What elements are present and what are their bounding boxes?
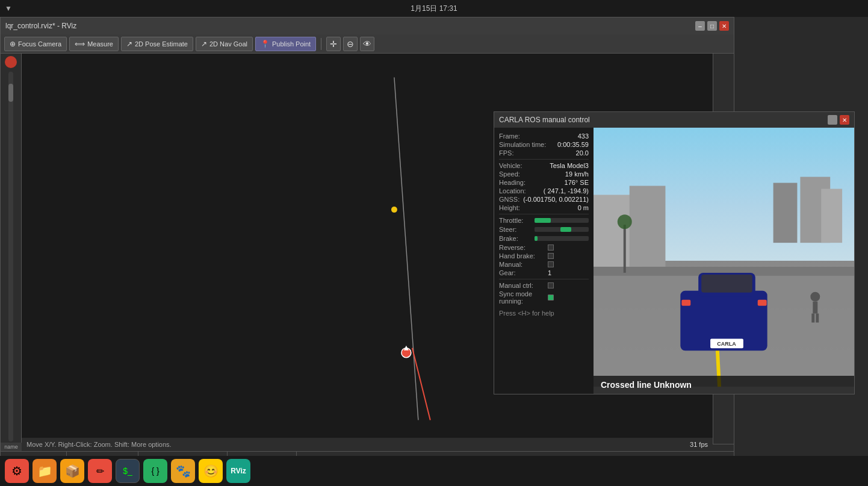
rviz-window-controls: – □ ✕ [695, 21, 729, 31]
rviz-titlebar: lqr_control.rviz* - RViz – □ ✕ [1, 17, 734, 34]
svg-rect-5 [773, 183, 798, 243]
taskbar-app-settings[interactable]: ⚙ [5, 459, 29, 483]
throttle-gauge-fill [535, 218, 551, 223]
scene-svg: CARLA [594, 128, 854, 394]
camera-icon: ⊕ [10, 40, 16, 48]
publish-point-button[interactable]: 📍 Publish Point [255, 37, 316, 51]
carla-info-panel: Frame: 433 Simulation time: 0:00:35.59 F… [494, 128, 594, 394]
measure-icon: ⟺ [75, 40, 85, 48]
svg-rect-24 [624, 225, 626, 273]
manual-label: Manual: [499, 261, 544, 268]
gnss-row: GNSS: (-0.001750, 0.002211) [499, 196, 589, 203]
frame-value: 433 [578, 132, 589, 140]
carla-camera-view: CARLA Crossed line Unknown [594, 128, 854, 394]
focus-camera-button[interactable]: ⊕ Focus Camera [4, 37, 67, 51]
carla-titlebar: CARLA ROS manual control ✕ [494, 112, 854, 128]
sync-mode-label: Sync mode running: [499, 290, 544, 305]
manual-ctrl-label: Manual ctrl: [499, 282, 544, 289]
manual-ctrl-checkbox [548, 282, 554, 288]
location-row: Location: ( 247.1, -194.9) [499, 187, 589, 195]
heading-label: Heading: [499, 179, 525, 186]
measure-label: Measure [87, 40, 113, 48]
gnss-label: GNSS: [499, 196, 519, 203]
publish-icon: 📍 [261, 40, 270, 48]
taskbar-app-editor[interactable]: ✏ [88, 459, 112, 483]
scroll-handle [8, 84, 13, 102]
carla-close-button[interactable]: ✕ [840, 115, 849, 125]
nav-goal-label: 2D Nav Goal [209, 40, 247, 48]
sim-time-value: 0:00:35.59 [557, 141, 589, 148]
taskbar-app-terminal[interactable]: $_ [116, 459, 140, 483]
height-value: 0 m [578, 204, 589, 211]
taskbar-bottom: ⚙ 📁 📦 ✏ $_ { } 🐾 😊 RViz [0, 456, 868, 486]
svg-line-0 [394, 77, 418, 420]
info-divider-3 [499, 279, 589, 279]
speed-value: 19 km/h [565, 170, 589, 178]
rviz-left-panel [1, 54, 22, 444]
toolbar-zoom-btn[interactable]: ⊖ [343, 37, 358, 51]
svg-line-1 [412, 348, 430, 420]
carla-window: CARLA ROS manual control ✕ Frame: 433 Si… [494, 111, 855, 394]
toolbar-separator [321, 38, 321, 50]
hand-brake-checkbox [548, 253, 554, 259]
reverse-label: Reverse: [499, 244, 544, 251]
left-panel-indicator[interactable] [5, 56, 17, 68]
svg-rect-23 [816, 314, 819, 323]
svg-rect-21 [813, 302, 817, 314]
maximize-button[interactable]: □ [707, 21, 717, 31]
hand-brake-label: Hand brake: [499, 252, 544, 260]
reverse-row: Reverse: [499, 244, 589, 251]
vehicle-value: Tesla Model3 [550, 162, 589, 169]
throttle-gauge-row: Throttle: [499, 217, 589, 224]
reverse-checkbox [548, 245, 554, 251]
taskbar-app-archive[interactable]: 📦 [60, 459, 84, 483]
pose-estimate-button[interactable]: ↗ 2D Pose Estimate [121, 37, 193, 51]
frame-label: Frame: [499, 132, 520, 140]
svg-rect-9 [630, 186, 666, 267]
vehicle-label: Vehicle: [499, 162, 522, 169]
toolbar-move-btn[interactable]: ✛ [326, 37, 341, 51]
minimize-button[interactable]: – [695, 21, 705, 31]
gear-value: 1 [548, 269, 551, 276]
pose-estimate-label: 2D Pose Estimate [135, 40, 188, 48]
heading-value: 176° SE [565, 179, 589, 186]
svg-rect-15 [701, 275, 752, 293]
taskbar-top: ▼ 1月15日 17:31 [0, 0, 868, 17]
svg-rect-16 [681, 300, 690, 306]
taskbar-app-smile[interactable]: 😊 [199, 459, 223, 483]
bottom-name-text: name [4, 444, 18, 450]
carla-fps-label: FPS: [499, 149, 513, 157]
nav-icon: ↗ [201, 40, 207, 48]
svg-rect-7 [821, 189, 842, 243]
taskbar-app-files[interactable]: 📁 [33, 459, 57, 483]
svg-point-20 [810, 292, 820, 302]
toolbar-view-btn[interactable]: 👁 [360, 37, 374, 51]
heading-row: Heading: 176° SE [499, 179, 589, 186]
svg-rect-22 [811, 314, 814, 323]
steer-gauge-label: Steer: [499, 226, 532, 233]
system-clock: 1月15日 17:31 [411, 4, 457, 14]
close-button[interactable]: ✕ [719, 21, 729, 31]
left-panel-scroll[interactable] [8, 72, 13, 441]
manual-row: Manual: [499, 261, 589, 268]
measure-button[interactable]: ⟺ Measure [69, 37, 119, 51]
taskbar-app-package[interactable]: 🐾 [171, 459, 195, 483]
camera-scene: CARLA Crossed line Unknown [594, 128, 854, 394]
steer-gauge-bg [535, 227, 589, 232]
taskbar-app-code[interactable]: { } [143, 459, 167, 483]
crossed-line-banner: Crossed line Unknown [594, 376, 854, 394]
focus-camera-label: Focus Camera [18, 40, 61, 48]
publish-point-label: Publish Point [272, 40, 311, 48]
gear-label: Gear: [499, 269, 544, 276]
vehicle-row: Vehicle: Tesla Model3 [499, 162, 589, 169]
carla-minimize-button[interactable] [828, 115, 837, 125]
taskbar-app-rviz[interactable]: RViz [226, 459, 250, 483]
manual-ctrl-row: Manual ctrl: [499, 282, 589, 289]
carla-fps-row: FPS: 20.0 [499, 149, 589, 157]
svg-rect-17 [758, 300, 767, 306]
taskbar-top-left-icon: ▼ [5, 4, 12, 13]
nav-goal-button[interactable]: ↗ 2D Nav Goal [196, 37, 253, 51]
svg-point-25 [618, 214, 632, 229]
info-divider-1 [499, 159, 589, 160]
carla-title: CARLA ROS manual control [499, 116, 590, 124]
